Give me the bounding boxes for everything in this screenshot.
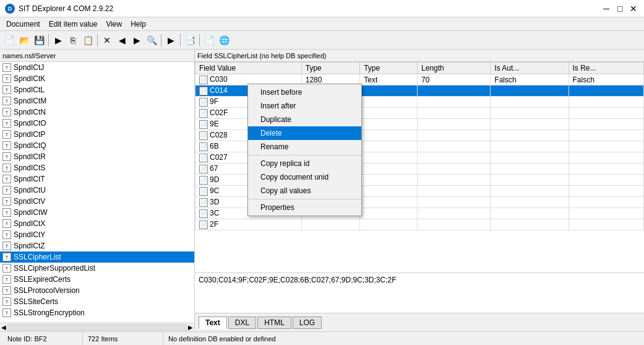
table-cell (418, 164, 491, 175)
list-item[interactable]: TSpndICtV (0, 196, 194, 207)
left-panel: names.nsf/Server TSpndICtJTSpndICtKTSpnd… (0, 50, 195, 331)
table-column-header: Is Re... (569, 63, 643, 74)
table-cell (491, 175, 569, 186)
list-item[interactable]: TSpndICtT (0, 173, 194, 185)
toolbar-button-12[interactable]: 📄 (202, 33, 216, 47)
row-icon: 📄 (199, 131, 208, 140)
toolbar-button-7[interactable]: ◀ (115, 33, 129, 47)
toolbar-button-5[interactable]: 📋 (81, 33, 95, 47)
table-cell (491, 197, 569, 208)
toolbar-button-1[interactable]: 📂 (17, 33, 31, 47)
value-text: C030;C014;9F;C02F;9E;C028;6B;C027;67;9D;… (195, 273, 644, 313)
list-item[interactable]: TSSLStrongEncryption (0, 307, 194, 318)
list-item[interactable]: TSSLExpiredCerts (0, 274, 194, 285)
list-item[interactable]: TSSLSiteCerts (0, 296, 194, 307)
list-item[interactable]: TSpndICtO (0, 118, 194, 129)
menu-item-view[interactable]: View (102, 19, 126, 30)
menu-item-edit-item-value[interactable]: Edit item value (45, 19, 101, 30)
table-cell (569, 175, 643, 186)
list-item-label: SpndICtZ (14, 242, 45, 250)
tab-html[interactable]: HTML (257, 317, 291, 329)
list-item[interactable]: TSpndICtL (0, 84, 194, 95)
table-cell (569, 164, 643, 175)
table-cell (360, 108, 418, 119)
tab-text[interactable]: Text (199, 317, 227, 329)
toolbar-button-0[interactable]: 📄 (2, 33, 16, 47)
list-item[interactable]: TSpndICtQ (0, 140, 194, 151)
context-menu-item-copy-replica-id[interactable]: Copy replica id (248, 157, 361, 170)
list-item[interactable]: TSpndICtR (0, 151, 194, 162)
table-cell (491, 141, 569, 152)
context-menu-item-delete[interactable]: Delete (248, 126, 361, 140)
list-item[interactable]: TSSLProtocolVersion (0, 285, 194, 296)
table-column-header: Type (301, 63, 359, 74)
minimize-button[interactable]: ─ (601, 3, 612, 14)
toolbar-button-10[interactable]: ▶ (164, 33, 178, 47)
context-menu: Insert beforeInsert afterDuplicateDelete… (247, 84, 362, 216)
list-item-icon: T (2, 74, 11, 83)
tab-dxl[interactable]: DXL (228, 317, 256, 329)
toolbar-button-6[interactable]: ✕ (100, 33, 114, 47)
context-menu-item-insert-before[interactable]: Insert before (248, 85, 361, 99)
list-item[interactable]: TSSLCipherSupportedList (0, 263, 194, 274)
status-items-count: 722 Items (83, 332, 163, 345)
list-item-icon: T (2, 175, 11, 183)
list-item[interactable]: TSpndICtS (0, 162, 194, 173)
list-item[interactable]: TSpndICtX (0, 218, 194, 229)
list-item[interactable]: TSpndICtP (0, 129, 194, 140)
toolbar-separator (161, 34, 161, 46)
list-item[interactable]: TSpndICtY (0, 229, 194, 240)
status-message: No definition DB enabled or defined (163, 335, 642, 343)
toolbar-button-11[interactable]: 📑 (183, 33, 197, 47)
list-item-label: SpndICtP (14, 130, 45, 139)
toolbar-button-4[interactable]: ⎘ (66, 33, 80, 47)
table-cell (418, 97, 491, 108)
list-item[interactable]: TSpndICtZ (0, 240, 194, 251)
toolbar-button-3[interactable]: ▶ (51, 33, 65, 47)
context-menu-item-duplicate[interactable]: Duplicate (248, 113, 361, 126)
context-menu-separator (248, 199, 361, 199)
list-item[interactable]: TSSLCipherList (0, 251, 194, 263)
list-item[interactable]: TSpndICtU (0, 185, 194, 196)
table-cell (491, 97, 569, 108)
toolbar-button-9[interactable]: 🔍 (145, 33, 158, 47)
table-column-header: Type (360, 63, 418, 74)
list-item-label: SpndICtU (14, 186, 46, 194)
table-cell (569, 108, 643, 119)
list-item[interactable]: TSpndICtJ (0, 62, 194, 73)
list-item[interactable]: TSpndICtW (0, 207, 194, 218)
menu-item-document[interactable]: Document (2, 19, 44, 30)
context-menu-item-copy-all-values[interactable]: Copy all values (248, 184, 361, 198)
left-list-container[interactable]: TSpndICtJTSpndICtKTSpndICtLTSpndICtMTSpn… (0, 62, 194, 323)
list-item-label: SpndICtS (14, 164, 45, 172)
tab-log[interactable]: LOG (293, 317, 322, 329)
scroll-left-arrow[interactable]: ◀ (0, 324, 7, 331)
context-menu-item-copy-document-unid[interactable]: Copy document unid (248, 170, 361, 184)
table-cell (301, 219, 359, 230)
table-cell (569, 119, 643, 130)
context-menu-item-properties[interactable]: Properties (248, 201, 361, 214)
toolbar-button-13[interactable]: 🌐 (217, 33, 231, 47)
toolbar-button-2[interactable]: 💾 (32, 33, 46, 47)
table-cell (360, 97, 418, 108)
maximize-button[interactable]: □ (614, 3, 625, 14)
table-cell (491, 108, 569, 119)
list-item[interactable]: TSpndICtK (0, 73, 194, 84)
table-cell (360, 197, 418, 208)
context-menu-item-rename[interactable]: Rename (248, 140, 361, 154)
table-cell (491, 208, 569, 219)
list-item-label: SpndICtW (14, 208, 48, 217)
title-controls: ─ □ ✕ (601, 3, 639, 14)
list-item-icon: T (2, 286, 11, 295)
list-item[interactable]: TSpndICtM (0, 95, 194, 107)
context-menu-item-insert-after[interactable]: Insert after (248, 99, 361, 113)
left-hscroll[interactable]: ◀ ▶ (0, 323, 194, 331)
scroll-right-arrow[interactable]: ▶ (187, 324, 194, 331)
menu-item-help[interactable]: Help (127, 19, 150, 30)
table-row[interactable]: 📄2F (195, 219, 644, 230)
status-note-id: Note ID: BF2 (2, 332, 83, 345)
list-item-label: SSLCipherSupportedList (14, 264, 95, 273)
toolbar-button-8[interactable]: ▶ (130, 33, 144, 47)
list-item[interactable]: TSpndICtN (0, 107, 194, 118)
close-button[interactable]: ✕ (628, 3, 639, 14)
